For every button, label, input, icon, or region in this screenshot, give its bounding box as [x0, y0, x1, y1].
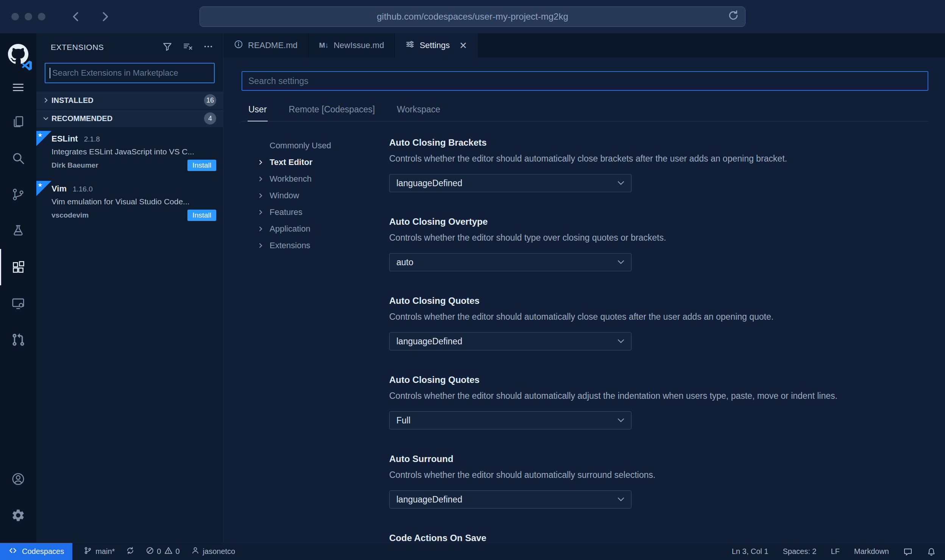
- toc-item-commonly-used[interactable]: Commonly Used: [257, 137, 389, 154]
- toc-item-window[interactable]: Window: [257, 187, 389, 204]
- tab-settings[interactable]: Settings ✕: [395, 33, 478, 58]
- extension-version: 1.16.0: [73, 185, 93, 193]
- extension-name: ESLint: [51, 134, 78, 144]
- notifications-bell-icon[interactable]: [927, 547, 936, 556]
- star-icon: ★: [37, 132, 42, 138]
- extensions-icon[interactable]: [0, 249, 36, 285]
- install-button[interactable]: Install: [187, 160, 216, 171]
- extensions-search-input[interactable]: [45, 63, 215, 83]
- setting-value-dropdown[interactable]: languageDefined: [389, 490, 632, 509]
- close-tab-icon[interactable]: ✕: [459, 41, 467, 50]
- indentation-indicator[interactable]: Spaces: 2: [783, 547, 816, 556]
- language-mode[interactable]: Markdown: [854, 547, 889, 556]
- editor-area: README.md M↓ NewIssue.md Settings ✕: [223, 33, 945, 543]
- scope-tab-remote[interactable]: Remote [Codespaces]: [288, 99, 376, 121]
- tab-newissue[interactable]: M↓ NewIssue.md: [309, 33, 395, 58]
- settings-toc: Commonly Used Text Editor Workbench: [242, 137, 389, 543]
- forward-button[interactable]: [99, 11, 111, 22]
- installed-count-badge: 16: [204, 94, 216, 106]
- branch-indicator[interactable]: main*: [84, 546, 115, 557]
- setting-auto-closing-quotes: Auto Closing Quotes Controls whether the…: [389, 296, 928, 350]
- setting-description: Controls whether the editor should autom…: [389, 470, 928, 480]
- section-installed[interactable]: INSTALLED 16: [36, 92, 223, 109]
- extension-list-item[interactable]: ★ Vim 1.16.0 Vim emulation for Visual St…: [36, 178, 223, 228]
- clear-search-results-icon[interactable]: [183, 42, 193, 53]
- refresh-icon[interactable]: [728, 10, 739, 23]
- tab-bar: README.md M↓ NewIssue.md Settings ✕: [223, 33, 945, 58]
- scope-tab-workspace[interactable]: Workspace: [396, 99, 441, 121]
- status-bar: Codespaces main* 0 0: [0, 543, 945, 560]
- settings-search-input[interactable]: [242, 71, 928, 91]
- account-status[interactable]: jasonetco: [191, 546, 235, 557]
- tab-readme[interactable]: README.md: [223, 33, 309, 58]
- more-actions-icon[interactable]: [203, 42, 213, 53]
- cursor-position[interactable]: Ln 3, Col 1: [732, 547, 769, 556]
- sidebar-title: EXTENSIONS: [51, 43, 104, 52]
- close-window-button[interactable]: [11, 13, 19, 20]
- minimize-window-button[interactable]: [25, 13, 32, 20]
- problems-indicator[interactable]: 0 0: [146, 546, 179, 557]
- chevron-down-icon: [618, 339, 624, 344]
- codespaces-status-button[interactable]: Codespaces: [0, 543, 72, 560]
- setting-description: Controls whether the editor should type …: [389, 233, 928, 243]
- setting-value-dropdown[interactable]: languageDefined: [389, 332, 632, 350]
- extension-version: 2.1.8: [84, 135, 100, 143]
- window-controls: [11, 13, 45, 20]
- toc-item-features[interactable]: Features: [257, 204, 389, 221]
- settings-editor-icon: [405, 40, 415, 51]
- chevron-down-icon: [618, 497, 624, 502]
- menu-icon[interactable]: [0, 71, 36, 104]
- maximize-window-button[interactable]: [38, 13, 45, 20]
- branch-icon: [84, 546, 92, 557]
- extension-description: Integrates ESLint JavaScript into VS C..…: [51, 147, 216, 156]
- setting-title: Auto Closing Quotes: [389, 375, 928, 385]
- toc-item-workbench[interactable]: Workbench: [257, 171, 389, 187]
- section-label: RECOMMENDED: [51, 114, 112, 123]
- chevron-down-icon: [40, 115, 51, 122]
- explorer-icon[interactable]: [0, 104, 36, 140]
- source-control-icon[interactable]: [0, 176, 36, 213]
- setting-auto-surround: Auto Surround Controls whether the edito…: [389, 454, 928, 509]
- filter-icon[interactable]: [162, 42, 172, 53]
- test-beaker-icon[interactable]: [0, 213, 36, 249]
- search-icon[interactable]: [0, 140, 36, 176]
- setting-title: Auto Closing Quotes: [389, 296, 928, 306]
- settings-gear-icon[interactable]: [0, 497, 36, 534]
- vscode-logo-icon: [22, 61, 32, 70]
- setting-value-dropdown[interactable]: Full: [389, 411, 632, 429]
- setting-value-dropdown[interactable]: auto: [389, 253, 632, 271]
- install-button[interactable]: Install: [187, 210, 216, 221]
- toc-item-text-editor[interactable]: Text Editor: [257, 154, 389, 171]
- back-button[interactable]: [70, 11, 82, 22]
- setting-title: Auto Surround: [389, 454, 928, 464]
- setting-description: Controls whether the editor should autom…: [389, 154, 928, 164]
- warning-icon: [164, 546, 173, 557]
- text-caret: [50, 68, 50, 78]
- setting-auto-closing-brackets: Auto Closing Brackets Controls whether t…: [389, 137, 928, 192]
- setting-value-dropdown[interactable]: languageDefined: [389, 174, 632, 192]
- setting-auto-closing-overtype: Auto Closing Overtype Controls whether t…: [389, 216, 928, 271]
- extension-description: Vim emulation for Visual Studio Code...: [51, 197, 216, 206]
- pull-request-icon[interactable]: [0, 322, 36, 358]
- address-bar[interactable]: github.com/codespaces/user-my-project-mg…: [200, 6, 745, 27]
- remote-explorer-icon[interactable]: [0, 285, 36, 322]
- activity-bar: [0, 33, 36, 543]
- feedback-icon[interactable]: [903, 547, 912, 556]
- setting-auto-indent: Auto Closing Quotes Controls whether the…: [389, 375, 928, 429]
- extension-list-item[interactable]: ★ ESLint 2.1.8 Integrates ESLint JavaScr…: [36, 128, 223, 178]
- account-icon[interactable]: [0, 461, 36, 497]
- scope-tab-user[interactable]: User: [248, 99, 268, 121]
- sync-icon: [126, 546, 134, 557]
- eol-indicator[interactable]: LF: [831, 547, 839, 556]
- chevron-right-icon: [257, 175, 265, 183]
- sync-button[interactable]: [126, 546, 134, 557]
- person-icon: [191, 546, 200, 557]
- setting-description: Controls whether the editor should autom…: [389, 312, 928, 322]
- chevron-down-icon: [618, 260, 624, 264]
- app-window: github.com/codespaces/user-my-project-mg…: [0, 0, 945, 560]
- toc-item-application[interactable]: Application: [257, 221, 389, 237]
- setting-title: Auto Closing Brackets: [389, 137, 928, 148]
- section-recommended[interactable]: RECOMMENDED 4: [36, 110, 223, 127]
- chevron-right-icon: [257, 192, 265, 199]
- toc-item-extensions[interactable]: Extensions: [257, 237, 389, 254]
